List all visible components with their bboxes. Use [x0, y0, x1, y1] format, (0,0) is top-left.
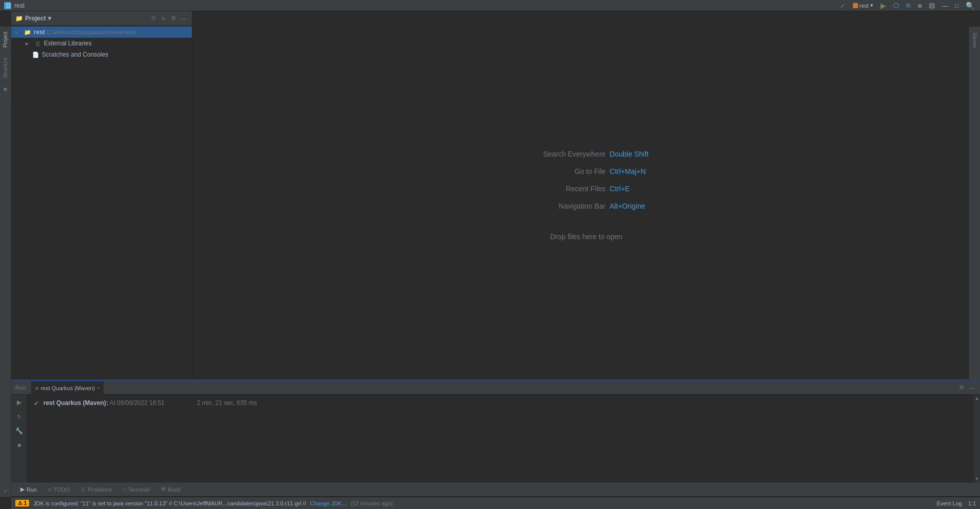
panel-minimize-btn[interactable]: — [968, 384, 976, 392]
project-panel: 📁 Project ▾ ⊙ ≡ ⚙ — ▾ 📁 [11, 11, 192, 379]
expand-side-icon[interactable]: » [4, 488, 7, 494]
shortcut-label-recent: Recent Files [524, 185, 605, 193]
run-label: Run: [15, 385, 27, 391]
bottom-panel-header: Run: ≡ rest Quarkus (Maven) × ⚙ — [11, 380, 980, 395]
folder-icon-rest: 📁 [23, 29, 32, 36]
warning-badge[interactable]: ⚠ 1 [15, 500, 29, 506]
scratches-icon: 📄 [32, 51, 40, 58]
run-output-main: rest Quarkus (Maven): At 09/08/2022 18:5… [43, 399, 257, 408]
shortcut-key-search: Double Shift [609, 150, 648, 158]
event-log-link[interactable]: Event Log [937, 500, 962, 506]
tree-item-external-libraries[interactable]: ▶ ||| External Libraries [11, 38, 192, 49]
drop-hint: Drop files here to open [524, 233, 648, 241]
tree-arrow-rest: ▾ [15, 30, 21, 35]
run-content: ▶ ↻ 🔧 ■ ✔ rest Quarkus (Maven): At 09/08… [11, 395, 980, 482]
minimize-btn[interactable]: — [941, 3, 949, 9]
title-bar-left: ⎕ rest [4, 2, 24, 9]
libraries-icon: ||| [34, 40, 42, 47]
project-dropdown-arrow[interactable]: ▾ [48, 15, 51, 22]
shortcut-label-file: Go to File [524, 167, 605, 175]
status-bar: ⚠ 1 JDK is configured: "11" is set to ja… [11, 497, 980, 509]
search-btn-title[interactable]: 🔍 [964, 2, 976, 10]
sub-tab-terminal[interactable]: □ Terminal [118, 485, 155, 495]
scroll-up-btn[interactable]: ▲ [975, 396, 979, 401]
shortcut-row-file: Go to File Ctrl+Maj+N [524, 167, 648, 175]
close-panel-btn[interactable]: — [180, 14, 188, 22]
maven-panel: Maven [969, 27, 980, 379]
run-sidebar-icons: ▶ ↻ 🔧 ■ [11, 395, 28, 482]
debug-btn-title[interactable]: ⬡ [892, 2, 900, 9]
run-scrollbar: ▲ ▼ [974, 395, 980, 482]
title-bar-text: rest [14, 2, 24, 9]
shortcut-label-search: Search Everywhere [524, 150, 605, 158]
jdk-time: (52 minutes ago) [351, 500, 393, 506]
change-jdk-link[interactable]: Change JDK... [310, 500, 347, 506]
title-bar: ⎕ rest ✓ rest ▾ ▶ ⬡ ⊟ ■ ⊟ — □ 🔍 [0, 0, 980, 11]
status-right: Event Log 1:1 [937, 500, 976, 506]
favorites-icon[interactable]: ★ [3, 86, 8, 93]
bottom-panel-actions: ⚙ — [958, 384, 976, 392]
scroll-down-btn[interactable]: ▼ [975, 476, 979, 481]
welcome-shortcuts: Search Everywhere Double Shift Go to Fil… [524, 150, 648, 241]
tree-item-rest[interactable]: ▾ 📁 rest C:\work\src\tmp\quarkus\maven\r… [11, 27, 192, 38]
run-tool-btn[interactable]: 🔧 [14, 425, 25, 437]
build-icon: ⚒ [161, 486, 166, 493]
structure-side-tab[interactable]: Structure [1, 53, 10, 84]
problems-icon: ⚠ [81, 486, 86, 493]
position-indicator[interactable]: 1:1 [968, 500, 976, 506]
tree-label-rest: rest C:\work\src\tmp\quarkus\maven\rest [34, 29, 136, 36]
tree-arrow-external: ▶ [26, 41, 32, 46]
tree-label-scratches: Scratches and Consoles [42, 51, 108, 58]
shortcut-key-nav: Alt+Origine [609, 202, 645, 210]
project-header-actions: ⊙ ≡ ⚙ — [149, 14, 188, 22]
run-config-selector[interactable]: rest ▾ [851, 2, 875, 9]
bottom-sub-tabs: ▶ Run ≡ TODO ⚠ Problems □ Terminal ⚒ B [11, 482, 980, 497]
run-icon: ▶ [20, 486, 24, 493]
back-btn[interactable]: ✓ [838, 2, 847, 10]
sub-tab-run[interactable]: ▶ Run [15, 484, 42, 495]
stop-btn-title[interactable]: ■ [916, 2, 923, 10]
maven-tab[interactable]: Maven [970, 29, 979, 52]
sub-tab-todo[interactable]: ≡ TODO [43, 485, 75, 495]
run-check-icon: ✔ [34, 399, 39, 408]
jdk-status-text: JDK is configured: "11" is set to java v… [33, 500, 306, 506]
shortcut-row-nav: Navigation Bar Alt+Origine [524, 202, 648, 210]
run-rerun-btn[interactable]: ↻ [14, 411, 25, 422]
sub-tab-problems[interactable]: ⚠ Problems [76, 484, 116, 495]
project-tree: ▾ 📁 rest C:\work\src\tmp\quarkus\maven\r… [11, 26, 192, 379]
run-tab[interactable]: ≡ rest Quarkus (Maven) × [31, 380, 104, 395]
project-side-tab[interactable]: Project [1, 27, 10, 53]
run-tab-close[interactable]: × [97, 386, 100, 391]
locate-btn[interactable]: ⊙ [149, 14, 157, 22]
maximize-btn[interactable]: □ [953, 3, 960, 9]
settings-btn[interactable]: ⚙ [169, 14, 178, 22]
tree-label-external: External Libraries [44, 40, 91, 47]
project-panel-header: 📁 Project ▾ ⊙ ≡ ⚙ — [11, 11, 192, 26]
app-icon: ⎕ [4, 2, 11, 9]
run-play-btn[interactable]: ▶ [14, 397, 25, 408]
editor-area: Search Everywhere Double Shift Go to Fil… [192, 11, 980, 379]
sub-tab-build[interactable]: ⚒ Build [156, 484, 185, 495]
run-tab-label: rest Quarkus (Maven) [41, 385, 95, 391]
left-side-panels: Project Structure ★ » [0, 27, 11, 497]
coverage-btn-title[interactable]: ⊟ [904, 2, 912, 9]
project-title[interactable]: 📁 Project ▾ [15, 15, 146, 22]
title-bar-right: ✓ rest ▾ ▶ ⬡ ⊟ ■ ⊟ — □ 🔍 [838, 0, 976, 11]
panel-settings-btn[interactable]: ⚙ [958, 384, 966, 392]
tree-item-scratches[interactable]: 📄 Scratches and Consoles [11, 49, 192, 60]
shortcut-row-recent: Recent Files Ctrl+E [524, 185, 648, 193]
shortcut-key-recent: Ctrl+E [609, 185, 629, 193]
todo-icon: ≡ [48, 487, 51, 493]
terminal-icon: □ [123, 487, 127, 493]
run-tab-icon: ≡ [35, 385, 38, 391]
status-left: ⚠ 1 JDK is configured: "11" is set to ja… [15, 500, 933, 506]
collapse-btn[interactable]: ≡ [159, 14, 167, 22]
run-btn-title[interactable]: ▶ [879, 2, 888, 10]
app-switcher-btn[interactable]: ⊟ [927, 2, 937, 10]
run-output-row: ✔ rest Quarkus (Maven): At 09/08/2022 18… [34, 398, 968, 409]
project-icon: 📁 [15, 15, 23, 22]
run-output-area: ✔ rest Quarkus (Maven): At 09/08/2022 18… [28, 395, 974, 482]
shortcut-key-file: Ctrl+Maj+N [609, 167, 646, 175]
run-stop-btn[interactable]: ■ [14, 440, 25, 451]
bottom-panel: Run: ≡ rest Quarkus (Maven) × ⚙ — ▶ ↻ 🔧 [11, 379, 980, 497]
